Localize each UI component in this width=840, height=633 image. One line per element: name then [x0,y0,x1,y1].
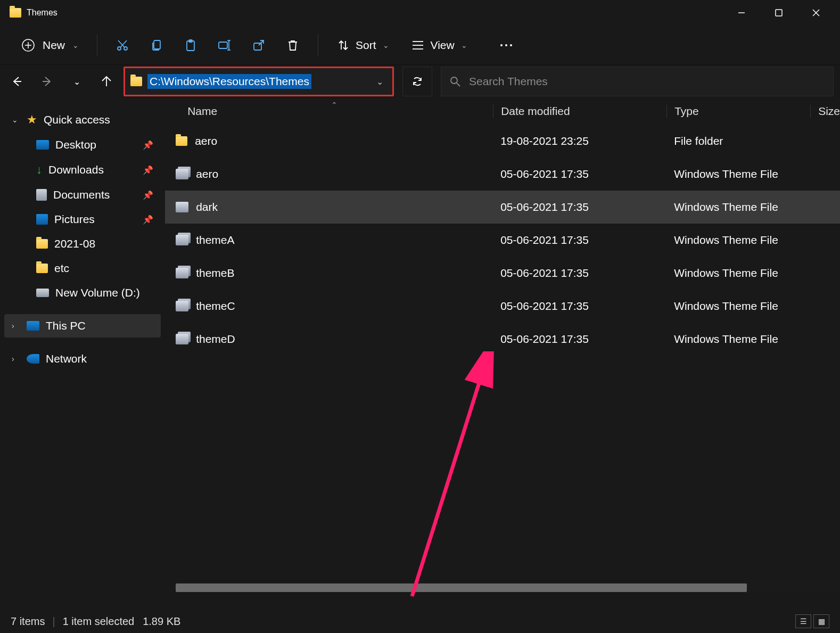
delete-icon[interactable] [281,33,305,57]
sidebar-item-label: 2021-08 [54,237,95,250]
chevron-right-icon[interactable]: › [12,355,20,363]
svg-point-25 [451,77,457,84]
column-size[interactable]: Size [810,105,840,118]
minimize-button[interactable] [723,2,760,23]
up-button[interactable] [94,69,119,94]
window-title-group: Themes [5,8,57,18]
pin-icon: 📌 [143,140,153,150]
file-name: aero [196,168,218,180]
horizontal-scrollbar[interactable] [176,582,840,593]
column-headers: ⌃ Name Date modified Type Size [165,98,840,125]
chevron-down-icon[interactable]: ⌄ [12,116,20,124]
sidebar: ⌄ ★ Quick access Desktop 📌 ↓ Downloads 📌… [0,98,165,593]
svg-line-28 [412,359,487,596]
svg-rect-14 [219,42,227,48]
more-icon[interactable] [494,33,518,57]
cut-icon[interactable] [110,33,135,57]
folder-icon [36,264,48,273]
chevron-down-icon: ⌄ [461,41,467,50]
sidebar-this-pc[interactable]: › This PC [4,314,161,338]
monitor-icon [27,321,39,331]
search-box[interactable] [441,67,834,96]
table-row[interactable]: themeA05-06-2021 17:35Windows Theme File [165,224,840,257]
view-button[interactable]: View ⌄ [405,36,474,55]
table-row[interactable]: themeC05-06-2021 17:35Windows Theme File [165,290,840,323]
drive-icon [36,289,49,297]
sidebar-pictures[interactable]: Pictures 📌 [4,208,161,231]
rename-icon[interactable] [212,33,237,57]
annotation-arrow [401,351,497,602]
divider [318,34,318,56]
table-row[interactable]: aero05-06-2021 17:35Windows Theme File [165,158,840,191]
window-controls [723,2,835,23]
folder-icon [176,136,187,146]
search-input[interactable] [469,75,825,88]
maximize-button[interactable] [760,2,797,23]
titlebar: Themes [0,0,840,26]
status-size: 1.89 KB [143,615,180,628]
address-dropdown[interactable]: ⌄ [367,68,392,95]
back-button[interactable] [4,69,30,94]
main: ⌄ ★ Quick access Desktop 📌 ↓ Downloads 📌… [0,98,840,593]
sidebar-desktop[interactable]: Desktop 📌 [4,133,161,157]
share-icon[interactable] [246,33,271,57]
divider [97,34,97,56]
table-row[interactable]: dark05-06-2021 17:35Windows Theme File [165,191,840,224]
view-label: View [431,39,455,52]
sidebar-item-label: Desktop [55,138,96,151]
status-selected: 1 item selected [63,615,135,628]
sidebar-drive-d[interactable]: New Volume (D:) [4,281,161,305]
sidebar-item-label: Network [46,352,87,365]
file-date: 05-06-2021 17:35 [500,234,589,246]
address-path[interactable]: C:\Windows\Resources\Themes [147,74,311,89]
column-name[interactable]: ⌃ Name [165,105,493,118]
file-type: File folder [674,135,723,147]
sidebar-downloads[interactable]: ↓ Downloads 📌 [4,158,161,182]
table-row[interactable]: themeD05-06-2021 17:35Windows Theme File [165,323,840,356]
column-type[interactable]: Type [666,105,810,118]
svg-rect-1 [776,10,782,16]
sidebar-item-label: Quick access [44,113,110,126]
sidebar-network[interactable]: › Network [4,347,161,371]
sort-button[interactable]: Sort ⌄ [331,36,396,55]
pin-icon: 📌 [143,190,153,200]
sidebar-folder-etc[interactable]: etc [4,257,161,280]
file-date: 05-06-2021 17:35 [500,333,589,345]
refresh-button[interactable] [402,67,432,96]
file-date: 05-06-2021 17:35 [500,168,589,180]
close-button[interactable] [797,2,835,23]
sidebar-item-label: This PC [46,319,86,332]
new-label: New [43,39,65,52]
column-date[interactable]: Date modified [493,105,666,118]
svg-point-24 [510,44,512,46]
sidebar-folder-2021-08[interactable]: 2021-08 [4,232,161,256]
table-row[interactable]: themeB05-06-2021 17:35Windows Theme File [165,257,840,290]
sidebar-quick-access[interactable]: ⌄ ★ Quick access [4,108,161,132]
sidebar-item-label: Downloads [48,163,104,176]
chevron-right-icon[interactable]: › [12,322,20,330]
file-type: Windows Theme File [674,201,778,213]
window-title: Themes [27,8,57,18]
forward-button[interactable] [34,69,60,94]
file-list: ⌃ Name Date modified Type Size aero19-08… [165,98,840,593]
table-row[interactable]: aero19-08-2021 23:25File folder [165,125,840,158]
file-name: themeC [196,300,235,313]
toolbar: New ⌄ Sort ⌄ View ⌄ [0,26,840,65]
thumbnails-view-button[interactable]: ▦ [813,614,829,628]
new-button[interactable]: New ⌄ [16,35,84,55]
recent-dropdown[interactable]: ⌄ [64,69,89,94]
file-date: 19-08-2021 23:25 [500,135,589,147]
copy-icon[interactable] [144,33,169,57]
address-bar[interactable]: C:\Windows\Resources\Themes ⌄ [123,67,394,96]
sidebar-item-label: Pictures [54,213,95,226]
sidebar-item-label: Documents [53,188,110,201]
navbar: ⌄ C:\Windows\Resources\Themes ⌄ [0,65,840,98]
paste-icon[interactable] [178,33,203,57]
pin-icon: 📌 [143,215,153,225]
scrollbar-thumb[interactable] [176,583,747,592]
sidebar-documents[interactable]: Documents 📌 [4,183,161,207]
details-view-button[interactable]: ☰ [795,614,811,628]
file-type: Windows Theme File [674,234,778,246]
themefile-icon [176,268,188,278]
desktop-icon [36,140,49,150]
